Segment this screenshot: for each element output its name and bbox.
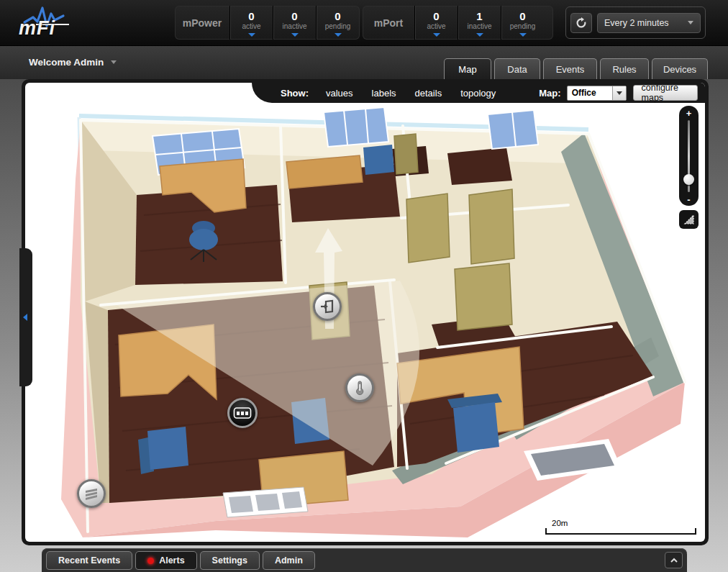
stat-label: pending [510,23,536,30]
mpower-pending-stat[interactable]: 0 pending [316,6,359,40]
show-option-values[interactable]: values [326,88,353,99]
map-panel: Show: values labels details topology Map… [22,79,709,545]
user-menu[interactable]: Welcome Admin [29,57,117,68]
stat-value: 0 [519,11,525,22]
tab-data[interactable]: Data [494,58,540,79]
stat-value: 0 [335,11,340,22]
tab-devices[interactable]: Devices [652,58,708,79]
show-label: Show: [281,88,309,99]
measure-tool-button[interactable] [679,210,699,229]
logo-text: mFi [19,17,55,40]
map-canvas[interactable]: Show: values labels details topology Map… [25,83,705,542]
chevron-down-icon [335,33,342,37]
main-nav-tabs: Map Data Events Rules Devices [444,58,708,79]
temperature-sensor-icon[interactable] [345,373,374,402]
tab-label: Admin [275,555,303,566]
top-bar: mFi mPower 0 active 0 inactive 0 pending… [0,0,728,46]
mport-stats-group: mPort 0 active 1 inactive 0 pending [363,6,553,40]
scale-line [545,528,696,535]
chevron-down-icon [688,21,693,24]
mport-inactive-stat[interactable]: 1 inactive [458,6,501,40]
chevron-down-icon [248,33,255,37]
mport-active-stat[interactable]: 0 active [414,6,458,40]
tab-rules[interactable]: Rules [600,58,649,79]
tab-label: Events [556,64,585,75]
tab-map[interactable]: Map [444,58,491,79]
mport-device-icon[interactable] [227,398,258,428]
refresh-interval-select[interactable]: Every 2 minutes [597,13,701,33]
zoom-out-button[interactable]: - [679,194,699,205]
floor-plan-render [25,83,705,542]
tab-label: Recent Events [58,555,120,566]
show-option-topology[interactable]: topology [460,88,496,99]
content-area: Show: values labels details topology Map… [0,79,728,572]
tab-events[interactable]: Events [543,58,597,79]
bottom-bar: Recent Events Alerts Settings Admin [42,548,687,572]
configure-maps-label: configure maps [642,83,689,103]
map-toolbar: Show: values labels details topology Map… [252,83,705,103]
welcome-text: Welcome Admin [29,57,104,68]
tab-admin[interactable]: Admin [263,551,315,570]
mpower-inactive-stat[interactable]: 0 inactive [273,6,316,40]
configure-maps-button[interactable]: configure maps [633,85,698,101]
stat-label: pending [325,23,351,30]
stat-label: active [427,23,445,30]
refresh-button[interactable] [570,13,592,33]
chevron-down-icon [111,60,117,64]
mpower-label: mPower [175,6,229,40]
tab-label: Map [458,64,476,75]
mpower-stats-group: mPower 0 active 0 inactive 0 pending [175,6,360,40]
refresh-interval-value: Every 2 minutes [604,18,688,28]
collapse-chevron-icon [670,557,678,564]
stat-value: 0 [248,11,254,22]
alert-dot-icon [147,558,154,564]
show-option-labels[interactable]: labels [372,88,396,99]
sidebar-collapse-arrow-icon [23,314,27,321]
stat-label: active [242,23,260,30]
tab-settings[interactable]: Settings [200,551,260,570]
zoom-in-button[interactable]: + [679,108,699,119]
chevron-down-icon [612,86,626,100]
zoom-slider[interactable]: + - [679,106,699,206]
stat-value: 0 [291,11,297,22]
stat-value: 1 [476,11,482,22]
chevron-down-icon [476,33,483,37]
tab-recent-events[interactable]: Recent Events [46,551,132,570]
measure-tool-icon [683,213,696,226]
refresh-icon [575,17,587,29]
sub-bar: Welcome Admin Map Data Events Rules Devi… [0,46,728,79]
thermometer-glyph [352,380,368,396]
tab-label: Alerts [159,555,184,566]
scale-label: 20m [552,519,568,527]
chevron-down-icon [291,33,299,37]
stat-label: inactive [468,23,492,30]
stat-value: 0 [433,11,439,22]
map-scale: 20m [545,519,696,536]
refresh-controls: Every 2 minutes [565,6,706,39]
power-strip-icon[interactable] [77,479,106,508]
sidebar-collapse-handle[interactable] [19,248,32,386]
mpower-active-stat[interactable]: 0 active [229,6,273,40]
mport-label: mPort [363,6,414,40]
chevron-down-icon [519,33,527,37]
chevron-down-icon [433,33,440,37]
mfi-logo: mFi [12,4,83,42]
show-option-details[interactable]: details [415,88,442,99]
map-select-value: Office [568,88,612,98]
ports-glyph [233,407,252,419]
mport-pending-stat[interactable]: 0 pending [501,6,544,40]
map-label: Map: [539,88,560,99]
zoom-knob[interactable] [683,174,694,185]
power-strip-glyph [83,487,99,500]
tab-label: Rules [612,64,636,75]
mfi-app: mFi mPower 0 active 0 inactive 0 pending… [0,0,728,572]
tab-alerts[interactable]: Alerts [135,551,196,570]
map-select[interactable]: Office [567,86,627,101]
tab-label: Settings [212,555,247,566]
entry-sensor-icon[interactable] [313,292,342,321]
tab-label: Devices [663,64,696,75]
stat-label: inactive [283,23,307,30]
tab-label: Data [507,64,527,75]
collapse-panel-button[interactable] [665,552,683,568]
door-arrow-glyph [319,299,335,314]
